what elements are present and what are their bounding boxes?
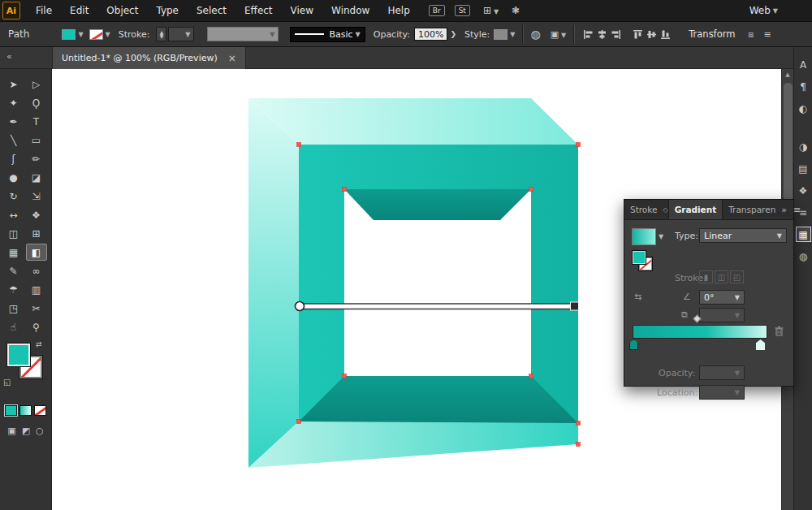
none-button[interactable] <box>34 405 46 416</box>
lasso-tool[interactable]: Ϙ <box>26 94 47 111</box>
gradient-fill-stroke-toggle[interactable] <box>633 251 654 272</box>
type-tool[interactable]: T <box>26 113 47 130</box>
stroke-weight-stepper[interactable]: ▲▼ <box>156 27 166 41</box>
column-graph-tool[interactable]: ▥ <box>26 281 47 298</box>
anchor-point[interactable] <box>343 374 347 378</box>
anchor-point[interactable] <box>343 188 347 192</box>
selection-tool[interactable]: ➤ <box>3 76 24 93</box>
gradient-preview-swatch[interactable] <box>632 228 656 245</box>
frame-inner-top-shadow[interactable] <box>344 189 531 220</box>
align-horizontal-left-icon[interactable] <box>583 29 594 40</box>
color-button[interactable] <box>5 405 17 416</box>
free-transform-tool[interactable]: ❖ <box>26 206 47 223</box>
fill-color-dropdown[interactable]: ▼ <box>62 28 83 40</box>
scale-tool[interactable]: ⇲ <box>26 188 47 205</box>
aspect-ratio-dropdown[interactable]: ▼ <box>699 308 745 322</box>
bridge-button[interactable]: Br <box>429 5 445 16</box>
zoom-tool[interactable]: ⚲ <box>26 318 47 335</box>
character-panel-icon[interactable]: A <box>796 57 811 72</box>
width-tool[interactable]: ↔ <box>3 206 24 223</box>
eraser-tool[interactable]: ◪ <box>26 169 47 186</box>
stepper-down-icon[interactable]: ▼ <box>160 34 164 38</box>
anchor-point[interactable] <box>577 421 581 426</box>
isolate-selected-icon[interactable]: ▣▼ <box>551 29 567 40</box>
anchor-point[interactable] <box>297 420 301 424</box>
recolor-artwork-icon[interactable]: ◍ <box>530 28 540 41</box>
transparency-panel-icon[interactable]: ◍ <box>796 249 811 264</box>
shape-builder-tool[interactable]: ◫ <box>3 225 24 242</box>
fill-color-swatch[interactable] <box>62 29 76 40</box>
delete-stop-icon[interactable] <box>774 326 784 339</box>
anchor-point[interactable] <box>297 143 301 147</box>
change-screen-mode-icon[interactable]: ○ <box>36 426 44 436</box>
menu-type[interactable]: Type <box>147 0 188 21</box>
menu-help[interactable]: Help <box>378 0 418 21</box>
anchor-point[interactable] <box>577 143 581 147</box>
reverse-gradient-icon[interactable]: ⇆ <box>634 292 641 302</box>
align-vertical-bottom-icon[interactable] <box>660 29 671 40</box>
gradient-annotator-bar[interactable] <box>300 304 575 309</box>
align-horizontal-right-icon[interactable] <box>611 29 621 40</box>
symbols-panel-icon[interactable]: ❖ <box>796 183 811 198</box>
style-dropdown[interactable]: ▼ <box>494 28 515 40</box>
gradient-slider-bar[interactable] <box>633 325 767 339</box>
paragraph-panel-icon[interactable]: ¶ <box>796 79 811 94</box>
stock-button[interactable]: St <box>455 5 470 16</box>
gradient-annotator-start-handle[interactable] <box>296 302 304 311</box>
menu-effect[interactable]: Effect <box>235 0 282 21</box>
gradient-button[interactable] <box>19 405 32 416</box>
menu-edit[interactable]: Edit <box>61 0 97 21</box>
frame-left-face[interactable] <box>248 98 299 468</box>
gradient-tool[interactable]: ◧ <box>26 244 47 261</box>
chevron-down-icon[interactable]: ▼ <box>659 233 663 240</box>
opacity-field[interactable]: 100% <box>414 28 447 41</box>
mesh-tool[interactable]: ▦ <box>3 244 24 261</box>
symbol-sprayer-tool[interactable]: ☂ <box>3 281 24 298</box>
color-panel-icon[interactable]: ◐ <box>796 101 811 116</box>
fill-swatch[interactable] <box>7 344 30 366</box>
toolbar-collapse-icon[interactable]: « <box>6 51 11 62</box>
pencil-tool[interactable]: ✏ <box>26 150 47 167</box>
gradient-panel-icon[interactable]: ▦ <box>796 227 811 242</box>
sync-settings-icon[interactable]: ❃ <box>512 5 520 16</box>
gradient-type-dropdown[interactable]: Linear ▼ <box>699 228 787 243</box>
opacity-flyout-icon[interactable]: ❯ <box>450 30 456 38</box>
swatches-panel-icon[interactable]: ▤ <box>796 161 811 176</box>
swap-fill-stroke-icon[interactable]: ⇄ <box>36 340 42 348</box>
gradient-along-stroke-icon[interactable]: ◫ <box>715 270 728 283</box>
rotate-tool[interactable]: ↻ <box>3 188 24 205</box>
gradient-across-stroke-icon[interactable]: ◰ <box>730 270 744 283</box>
draw-behind-icon[interactable]: ◩ <box>22 426 30 436</box>
stroke-none-swatch[interactable] <box>89 29 103 40</box>
magic-wand-tool[interactable]: ✦ <box>3 94 24 111</box>
frame-top-face[interactable] <box>248 98 578 145</box>
menu-file[interactable]: File <box>27 0 61 21</box>
align-vertical-center-icon[interactable] <box>646 29 657 40</box>
rectangle-tool[interactable]: ▭ <box>26 132 47 149</box>
gradient-annotator-end-handle[interactable] <box>571 302 579 310</box>
collapse-panel-icon[interactable]: » <box>781 205 787 215</box>
pen-tool[interactable]: ✒ <box>3 113 24 130</box>
menu-view[interactable]: View <box>282 0 322 21</box>
stop-location-dropdown[interactable]: ▼ <box>699 385 745 400</box>
menu-window[interactable]: Window <box>322 0 378 21</box>
frame-inner-bottom-shadow[interactable] <box>299 376 578 423</box>
tab-gradient[interactable]: Gradient <box>668 200 723 219</box>
anchor-point[interactable] <box>577 443 581 447</box>
arrange-documents-icon[interactable]: ⊞▼ <box>483 5 499 16</box>
gradient-stop-end[interactable] <box>756 339 765 350</box>
direct-selection-tool[interactable]: ▷ <box>26 76 47 93</box>
align-horizontal-center-icon[interactable] <box>597 29 607 40</box>
eyedropper-tool[interactable]: ✎ <box>3 262 24 279</box>
frame-bottom-face[interactable] <box>248 421 578 468</box>
stroke-color-dropdown[interactable]: ▼ <box>89 28 110 40</box>
stroke-weight-dropdown[interactable]: ▼ <box>168 27 194 41</box>
transform-grid-icon[interactable]: ⧈ <box>748 29 754 40</box>
document-tab[interactable]: Untitled-1* @ 100% (RGB/Preview) × <box>52 47 246 69</box>
control-panel-menu-icon[interactable]: ≡ <box>763 29 771 40</box>
default-fill-stroke-icon[interactable]: ◱ <box>3 378 11 387</box>
slice-tool[interactable]: ✂ <box>26 300 47 317</box>
blob-brush-tool[interactable]: ● <box>3 169 24 186</box>
tab-stroke[interactable]: Stroke <box>624 200 663 219</box>
blend-tool[interactable]: ∞ <box>26 262 47 279</box>
